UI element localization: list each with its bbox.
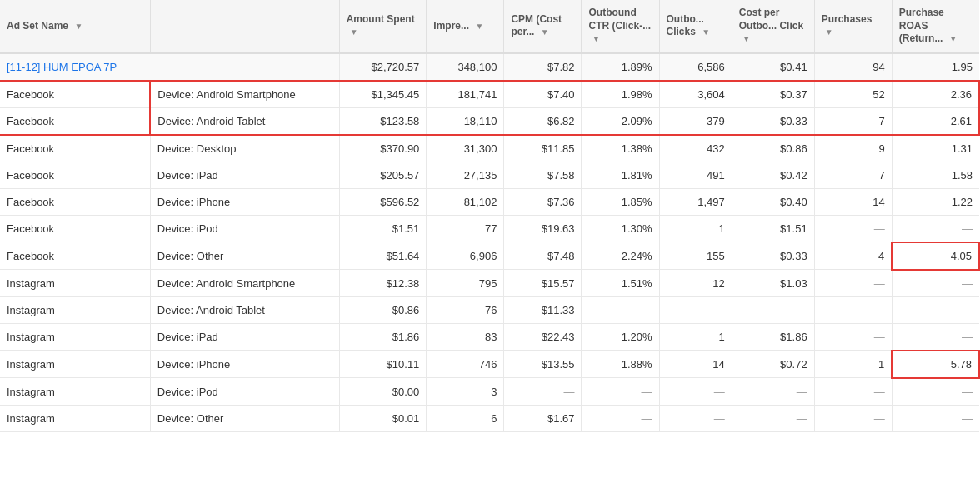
- cell-breakdown: Device: iPad: [150, 323, 339, 351]
- cell-roas: —: [892, 323, 979, 351]
- cell-purchases: —: [814, 378, 892, 406]
- sort-icon-amount: ▼: [350, 27, 358, 37]
- col-header-adset[interactable]: Ad Set Name ▼: [0, 0, 150, 53]
- cell-purchases: —: [814, 323, 892, 351]
- cell-purchases: —: [814, 296, 892, 323]
- cell-costper: $0.33: [732, 242, 814, 270]
- cell-ctr: 1.51%: [582, 270, 659, 297]
- cell-adset: Facebook: [0, 107, 150, 135]
- cell-costper: —: [732, 378, 814, 406]
- table-row: InstagramDevice: Other$0.016$1.67—————: [0, 405, 979, 431]
- cell-adset: Facebook: [0, 135, 150, 162]
- total-ctr: 1.89%: [582, 53, 659, 81]
- cell-purchases: —: [814, 215, 892, 242]
- cell-purchases: 52: [814, 81, 892, 108]
- sort-icon-ctr: ▼: [592, 33, 600, 44]
- cell-impr: 83: [427, 323, 504, 351]
- cell-breakdown: Device: iPad: [150, 162, 339, 188]
- col-label-costper: Cost per Outbo... Click: [739, 7, 803, 32]
- cell-adset: Facebook: [0, 242, 150, 270]
- cell-purchases: 9: [814, 135, 892, 162]
- cell-amount: $370.90: [339, 135, 427, 162]
- cell-breakdown: Device: iPhone: [150, 351, 339, 378]
- col-header-costper[interactable]: Cost per Outbo... Click ▼: [732, 0, 814, 53]
- cell-ctr: —: [582, 296, 659, 323]
- total-cpm: $7.82: [504, 53, 582, 81]
- sort-icon-roas: ▼: [949, 33, 958, 44]
- total-roas: 1.95: [892, 53, 979, 81]
- total-impr: 348,100: [427, 53, 504, 81]
- cell-amount: $51.64: [339, 242, 427, 270]
- cell-impr: 6,906: [427, 242, 504, 270]
- col-label-ctr: Outbound CTR (Click-...: [588, 7, 651, 32]
- col-header-outbound[interactable]: Outbo... Clicks ▼: [659, 0, 732, 53]
- total-adset[interactable]: [11-12] HUM EPOA 7P: [0, 53, 339, 81]
- cell-costper: $0.37: [732, 81, 814, 108]
- cell-costper: —: [732, 405, 814, 431]
- cell-cpm: $11.33: [504, 296, 582, 323]
- cell-impr: 18,110: [427, 107, 504, 135]
- cell-cpm: $1.67: [504, 405, 582, 431]
- cell-adset: Instagram: [0, 323, 150, 351]
- cell-cpm: —: [504, 378, 582, 406]
- col-header-amount[interactable]: Amount Spent ▼: [339, 0, 427, 53]
- total-purchases: 94: [814, 53, 892, 81]
- cell-ctr: —: [582, 405, 659, 431]
- cell-outbound: 155: [659, 242, 732, 270]
- table-row: FacebookDevice: Android Tablet$123.5818,…: [0, 107, 979, 135]
- cell-amount: $0.00: [339, 378, 427, 406]
- cell-cpm: $6.82: [504, 107, 582, 135]
- cell-breakdown: Device: iPod: [150, 378, 339, 406]
- col-header-cpm[interactable]: CPM (Cost per... ▼: [504, 0, 582, 53]
- cell-costper: $1.51: [732, 215, 814, 242]
- col-label-adset: Ad Set Name: [7, 20, 68, 32]
- cell-cpm: $7.40: [504, 81, 582, 108]
- cell-purchases: 7: [814, 107, 892, 135]
- cell-outbound: 491: [659, 162, 732, 188]
- cell-adset: Facebook: [0, 215, 150, 242]
- cell-breakdown: Device: Other: [150, 405, 339, 431]
- cell-costper: $0.72: [732, 351, 814, 378]
- cell-amount: $205.57: [339, 162, 427, 188]
- cell-cpm: $7.48: [504, 242, 582, 270]
- total-row: [11-12] HUM EPOA 7P $2,720.57 348,100 $7…: [0, 53, 979, 81]
- cell-costper: $0.42: [732, 162, 814, 188]
- cell-roas: 4.05: [892, 242, 979, 270]
- cell-outbound: 1,497: [659, 188, 732, 215]
- col-header-roas[interactable]: Purchase ROAS (Return... ▼: [892, 0, 979, 53]
- cell-roas: 1.31: [892, 135, 979, 162]
- cell-purchases: 7: [814, 162, 892, 188]
- col-label-roas: Purchase ROAS (Return...: [899, 7, 944, 44]
- cell-outbound: 12: [659, 270, 732, 297]
- cell-impr: 181,741: [427, 81, 504, 108]
- cell-roas: —: [892, 296, 979, 323]
- sort-icon-purchases: ▼: [825, 27, 833, 37]
- table-row: InstagramDevice: Android Smartphone$12.3…: [0, 270, 979, 297]
- col-label-cpm: CPM (Cost per...: [511, 13, 562, 38]
- cell-outbound: 14: [659, 351, 732, 378]
- cell-ctr: 1.38%: [582, 135, 659, 162]
- col-header-purchases[interactable]: Purchases ▼: [814, 0, 892, 53]
- cell-ctr: —: [582, 378, 659, 406]
- cell-cpm: $15.57: [504, 270, 582, 297]
- cell-amount: $1.51: [339, 215, 427, 242]
- table-row: FacebookDevice: Android Smartphone$1,345…: [0, 81, 979, 108]
- cell-costper: $1.86: [732, 323, 814, 351]
- col-header-ctr[interactable]: Outbound CTR (Click-... ▼: [582, 0, 659, 53]
- cell-amount: $1,345.45: [339, 81, 427, 108]
- cell-ctr: 2.09%: [582, 107, 659, 135]
- sort-icon-cpm: ▼: [541, 27, 549, 37]
- col-header-impr[interactable]: Impre... ▼: [427, 0, 504, 53]
- cell-ctr: 1.30%: [582, 215, 659, 242]
- cell-breakdown: Device: Other: [150, 242, 339, 270]
- table-row: InstagramDevice: iPad$1.8683$22.431.20%1…: [0, 323, 979, 351]
- cell-roas: —: [892, 378, 979, 406]
- cell-impr: 6: [427, 405, 504, 431]
- total-costper: $0.41: [732, 53, 814, 81]
- cell-impr: 795: [427, 270, 504, 297]
- cell-breakdown: Device: iPod: [150, 215, 339, 242]
- cell-amount: $596.52: [339, 188, 427, 215]
- cell-ctr: 1.81%: [582, 162, 659, 188]
- cell-adset: Instagram: [0, 296, 150, 323]
- cell-outbound: —: [659, 405, 732, 431]
